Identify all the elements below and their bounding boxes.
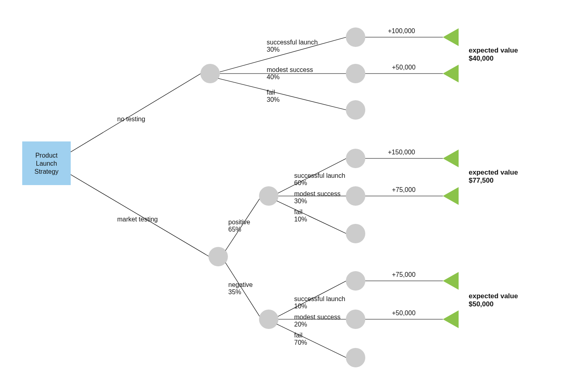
ev-label-nt: expected value xyxy=(469,46,518,54)
pct-nt-modest: 40% xyxy=(267,74,280,80)
terminal-pos-modest xyxy=(443,187,459,205)
root-label-line2: Launch xyxy=(36,160,57,167)
ev-value-neg: $50,000 xyxy=(469,300,493,308)
ev-label-neg: expected value xyxy=(469,292,518,300)
pct-negative: 35% xyxy=(228,289,241,295)
chance-node-neg-fail xyxy=(346,348,365,367)
pct-neg-success: 10% xyxy=(294,303,307,310)
root-label-line3: Strategy xyxy=(34,168,59,175)
payoff-nt-modest: +50,000 xyxy=(392,64,415,71)
chance-node-neg-modest xyxy=(346,310,365,329)
chance-node-neg-success xyxy=(346,271,365,291)
terminal-neg-modest xyxy=(443,310,459,328)
chance-node-pos-fail xyxy=(346,224,365,243)
terminal-nt-modest xyxy=(443,65,459,82)
label-no-testing: no testing xyxy=(117,116,145,122)
label-positive: positive xyxy=(228,219,250,226)
chance-node-negative xyxy=(259,310,278,329)
chance-node-nt-modest xyxy=(346,64,365,83)
chance-node-pos-success xyxy=(346,149,365,168)
pct-pos-success: 60% xyxy=(294,179,307,186)
decision-tree-diagram: Product Launch Strategy no testing marke… xyxy=(0,0,577,392)
ev-label-pos: expected value xyxy=(469,169,518,176)
payoff-neg-modest: +50,000 xyxy=(392,310,415,316)
pct-nt-success: 30% xyxy=(267,46,280,53)
chance-node-pos-modest xyxy=(346,186,365,206)
pct-positive: 65% xyxy=(228,226,241,233)
chance-node-market-testing xyxy=(208,247,228,266)
pct-neg-modest: 20% xyxy=(294,321,307,328)
label-market-testing: market testing xyxy=(117,216,158,223)
pct-pos-modest: 30% xyxy=(294,198,307,204)
payoff-pos-success: +150,000 xyxy=(388,149,415,156)
pct-pos-fail: 10% xyxy=(294,216,307,223)
ev-value-pos: $77,500 xyxy=(469,177,493,184)
chance-node-positive xyxy=(259,186,278,206)
label-pos-fail: fail xyxy=(294,209,302,215)
root-label-line1: Product xyxy=(35,152,58,159)
chance-node-nt-fail xyxy=(346,100,365,120)
label-neg-fail: fail xyxy=(294,332,302,339)
edge-root-no-testing xyxy=(71,74,201,152)
payoff-nt-success: +100,000 xyxy=(388,27,415,34)
label-pos-success: successful launch xyxy=(294,172,345,179)
label-negative: negative xyxy=(228,281,253,288)
terminal-pos-success xyxy=(443,150,459,167)
terminal-neg-success xyxy=(443,272,459,290)
label-pos-modest: modest success xyxy=(294,190,341,197)
edge-nt-fail xyxy=(218,78,346,110)
chance-node-nt-success xyxy=(346,27,365,47)
edge-neg-fail xyxy=(277,324,346,358)
payoff-neg-success: +75,000 xyxy=(392,271,415,278)
ev-value-nt: $40,000 xyxy=(469,55,493,62)
label-nt-fail: fail xyxy=(267,89,275,96)
label-nt-modest: modest success xyxy=(267,66,313,73)
payoff-pos-modest: +75,000 xyxy=(392,186,415,193)
edge-pos-fail xyxy=(277,201,346,234)
terminal-nt-success xyxy=(443,28,459,46)
label-nt-success: successful launch xyxy=(267,39,318,46)
pct-neg-fail: 70% xyxy=(294,339,307,346)
chance-node-no-testing xyxy=(200,64,220,83)
label-neg-success: successful launch xyxy=(294,295,345,302)
label-neg-modest: modest success xyxy=(294,314,341,320)
pct-nt-fail: 30% xyxy=(267,96,280,103)
